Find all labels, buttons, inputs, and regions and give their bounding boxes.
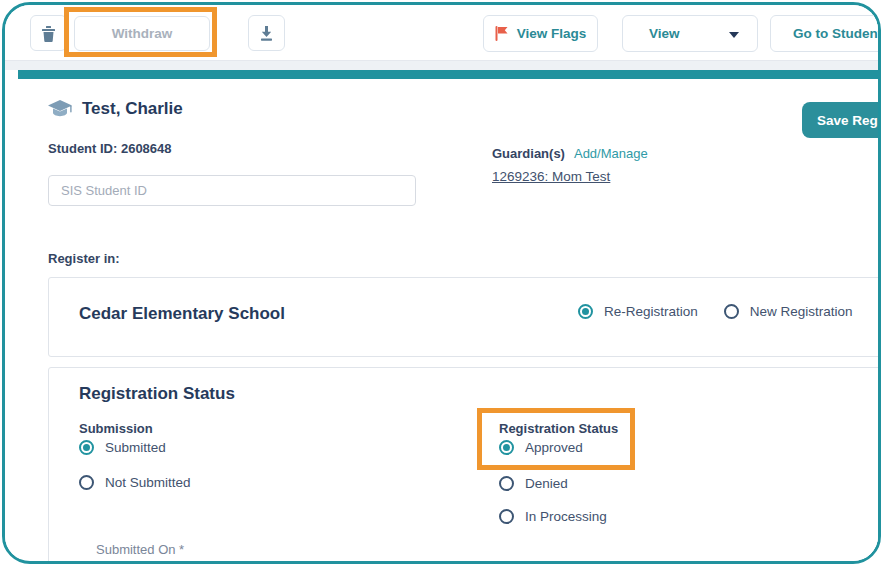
radio-re-registration[interactable]: Re-Registration [578,304,698,319]
registration-panel: Withdraw View Flags View Go to Student [2,2,881,564]
radio-selected-icon [578,304,593,319]
radio-submitted[interactable]: Submitted [79,440,166,455]
view-dropdown[interactable]: View [622,15,758,52]
guardian-link[interactable]: 1269236: Mom Test [492,169,610,184]
radio-unselected-icon [724,304,739,319]
radio-not-submitted[interactable]: Not Submitted [79,475,191,490]
radio-unselected-icon [499,476,514,491]
graduation-cap-icon [48,100,72,119]
guardians-label: Guardian(s) [492,146,565,161]
main-content: Test, Charlie Save Regi Student ID: 2608… [5,79,878,559]
radio-new-registration[interactable]: New Registration [724,304,853,319]
radio-selected-icon [79,440,94,455]
view-dropdown-label: View [649,26,680,41]
registration-status-label: Registration Status [499,421,618,436]
register-in-label: Register in: [48,251,120,266]
student-header: Test, Charlie [48,99,183,119]
school-name: Cedar Elementary School [79,304,285,324]
radio-unselected-icon [499,509,514,524]
radio-selected-icon [499,440,514,455]
trash-icon [41,25,56,42]
download-button[interactable] [248,15,285,51]
add-manage-link[interactable]: Add/Manage [574,146,648,161]
view-flags-label: View Flags [517,26,587,41]
student-name: Test, Charlie [82,99,183,119]
toolbar: Withdraw View Flags View Go to Student [5,5,878,61]
view-flags-button[interactable]: View Flags [483,15,598,52]
registration-status-card: Registration Status Submission Submitted… [48,367,881,564]
submitted-on-label: Submitted On * [96,542,184,557]
student-id-text: Student ID: 2608648 [48,141,172,156]
registration-status-title: Registration Status [79,384,235,404]
withdraw-button[interactable]: Withdraw [74,16,210,51]
radio-denied[interactable]: Denied [499,476,568,491]
guardians-row: Guardian(s) Add/Manage [492,146,648,161]
toolbar-gap-strip [5,61,878,70]
radio-in-processing[interactable]: In Processing [499,509,607,524]
toolbar-right-group: View Flags View Go to Student [483,15,881,52]
school-card: Cedar Elementary School Re-Registration … [48,277,881,357]
go-to-student-button[interactable]: Go to Student [770,15,881,52]
delete-button[interactable] [30,15,67,51]
chevron-down-icon [729,32,739,38]
radio-approved[interactable]: Approved [499,440,583,455]
flag-icon [495,26,508,41]
sis-student-id-input[interactable] [48,175,416,206]
registration-type-radio-group: Re-Registration New Registration [578,304,853,319]
save-registration-button[interactable]: Save Regi [802,102,881,138]
submission-label: Submission [79,421,153,436]
radio-unselected-icon [79,475,94,490]
toolbar-left-group: Withdraw [30,15,285,51]
teal-divider-bar [18,70,878,79]
download-icon [259,25,274,41]
